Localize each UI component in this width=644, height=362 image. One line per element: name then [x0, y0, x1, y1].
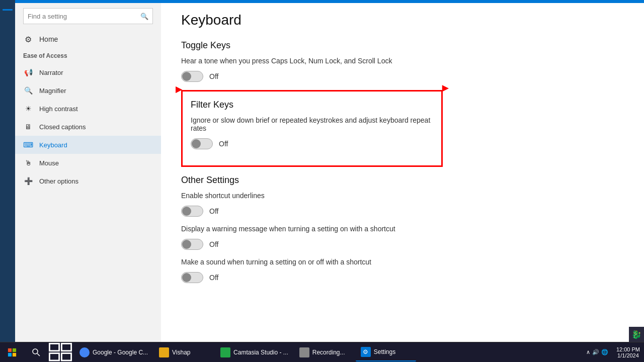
toggle-keys-row: Off — [181, 71, 624, 82]
nav-search-container: 🔍 — [15, 4, 161, 30]
filter-keys-description: Ignore or slow down brief or repeated ke… — [191, 116, 433, 132]
taskview-icon — [48, 342, 72, 361]
tray-up-arrow[interactable]: ∧ — [586, 349, 590, 355]
keyboard-icon: ⌨ — [23, 140, 33, 150]
search-icon: 🔍 — [140, 13, 148, 20]
shortcut-underlines-label: Off — [209, 207, 218, 215]
home-label: Home — [39, 35, 58, 43]
sidebar-item-closed-captions-label: Closed captions — [39, 123, 86, 131]
shortcut-underlines-toggle[interactable] — [181, 206, 203, 217]
annotation-arrow-topright: ◀ — [442, 84, 448, 94]
high-contrast-icon: ☀ — [23, 104, 33, 114]
taskbar: Google - Google C... Vishap Camtasia Stu… — [0, 342, 644, 362]
warning-message-toggle[interactable] — [181, 239, 203, 250]
toggle-keys-knob — [182, 72, 191, 81]
main-window: 🔍 ⚙ Home Ease of Access 📢 Narrator 🔍 Mag… — [15, 0, 644, 342]
start-button[interactable] — [0, 342, 24, 363]
sound-shortcut-knob — [182, 273, 191, 282]
taskbar-item-settings[interactable]: ⚙ Settings — [356, 343, 416, 361]
windows-logo-icon — [8, 348, 17, 357]
home-icon: ⚙ — [23, 34, 33, 44]
nav-section-title: Ease of Access — [15, 50, 161, 63]
recording-icon — [299, 347, 309, 357]
left-sidebar — [0, 0, 15, 342]
camtasia-icon — [220, 347, 230, 357]
sidebar-item-mouse[interactable]: 🖱 Mouse — [15, 154, 161, 172]
taskbar-camtasia-label: Camtasia Studio - ... — [233, 349, 288, 356]
sound-shortcut-row: Off — [181, 272, 624, 283]
svg-rect-6 — [49, 344, 59, 351]
warning-message-knob — [182, 240, 191, 249]
taskbar-search-button[interactable] — [24, 342, 48, 363]
sidebar-item-narrator-label: Narrator — [39, 69, 63, 76]
filter-keys-toggle[interactable] — [191, 138, 213, 149]
filter-keys-knob — [192, 139, 201, 148]
settings-icon: ⚙ — [361, 347, 371, 357]
filter-keys-row: Off — [191, 138, 433, 149]
network-icon[interactable]: 🌐 — [601, 349, 608, 355]
sound-shortcut-description: Make a sound when turning a setting on o… — [181, 258, 483, 266]
taskbar-taskview-button[interactable] — [48, 342, 72, 363]
svg-rect-9 — [61, 353, 71, 360]
sidebar-item-home[interactable]: ⚙ Home — [15, 30, 161, 50]
shortcut-underlines-knob — [182, 207, 191, 216]
clock-date: 1/1/2024 — [616, 352, 640, 358]
sidebar-item-magnifier[interactable]: 🔍 Magnifier — [15, 81, 161, 100]
sidebar-item-narrator[interactable]: 📢 Narrator — [15, 63, 161, 81]
toggle-keys-title: Toggle Keys — [181, 40, 624, 51]
svg-rect-0 — [8, 348, 12, 351]
svg-rect-8 — [49, 353, 59, 360]
taskbar-item-recording[interactable]: Recording... — [294, 343, 355, 361]
taskbar-items: Google - Google C... Vishap Camtasia Stu… — [72, 343, 582, 361]
sidebar-item-closed-captions[interactable]: 🖥 Closed captions — [15, 118, 161, 136]
taskbar-recording-label: Recording... — [312, 349, 345, 356]
magnifier-icon: 🔍 — [23, 85, 33, 96]
toggle-keys-label: Off — [209, 72, 218, 80]
other-options-icon: ➕ — [23, 176, 33, 186]
nav-sidebar: 🔍 ⚙ Home Ease of Access 📢 Narrator 🔍 Mag… — [15, 0, 161, 342]
page-title: Keyboard — [181, 12, 624, 28]
warning-message-label: Off — [209, 240, 218, 248]
filter-keys-title: Filter Keys — [191, 100, 433, 110]
warning-message-description: Display a warning message when turning a… — [181, 225, 483, 233]
sidebar-item-high-contrast-label: High contrast — [39, 105, 78, 113]
sidebar-item-other-options[interactable]: ➕ Other options — [15, 172, 161, 190]
taskbar-item-camtasia[interactable]: Camtasia Studio - ... — [215, 343, 293, 361]
narrator-icon: 📢 — [23, 67, 33, 77]
vishap-icon — [159, 347, 169, 357]
taskbar-settings-label: Settings — [374, 348, 395, 355]
closed-captions-icon: 🖥 — [23, 122, 33, 132]
mouse-icon: 🖱 — [23, 158, 33, 168]
svg-rect-3 — [13, 352, 16, 356]
taskbar-search-icon — [32, 348, 40, 356]
svg-rect-7 — [61, 344, 71, 351]
search-input[interactable] — [28, 13, 136, 20]
svg-rect-2 — [8, 352, 12, 356]
taskbar-item-chrome[interactable]: Google - Google C... — [74, 343, 153, 361]
left-bar-top[interactable] — [1, 3, 15, 17]
toggle-keys-description: Hear a tone when you press Caps Lock, Nu… — [181, 57, 483, 65]
svg-point-4 — [33, 349, 38, 354]
shortcut-underlines-description: Enable shortcut underlines — [181, 192, 483, 200]
shortcut-underlines-row: Off — [181, 206, 624, 217]
sound-shortcut-label: Off — [209, 274, 218, 282]
nav-search-box[interactable]: 🔍 — [23, 8, 153, 24]
sidebar-item-keyboard[interactable]: ⌨ Keyboard — [15, 136, 161, 154]
sidebar-item-high-contrast[interactable]: ☀ High contrast — [15, 100, 161, 118]
sound-shortcut-toggle[interactable] — [181, 272, 203, 283]
svg-line-5 — [37, 353, 40, 356]
annotation-arrow-topleft: ▶ — [176, 84, 182, 94]
filter-keys-label: Off — [219, 140, 228, 148]
chrome-icon — [79, 347, 90, 357]
sidebar-item-mouse-label: Mouse — [39, 159, 59, 167]
dragon-icon: 🐉 — [629, 327, 644, 342]
filter-keys-section: ▶ ◀ Filter Keys Ignore or slow down brie… — [181, 90, 443, 167]
clock-time: 12:00 PM — [616, 346, 640, 352]
toggle-keys-toggle[interactable] — [181, 71, 203, 82]
speaker-icon[interactable]: 🔊 — [592, 349, 599, 355]
top-accent-bar — [15, 0, 644, 3]
taskbar-item-vishap[interactable]: Vishap — [154, 343, 214, 361]
taskbar-clock[interactable]: 12:00 PM 1/1/2024 — [612, 346, 644, 358]
taskbar-chrome-label: Google - Google C... — [93, 349, 148, 356]
sidebar-item-other-options-label: Other options — [39, 177, 78, 185]
